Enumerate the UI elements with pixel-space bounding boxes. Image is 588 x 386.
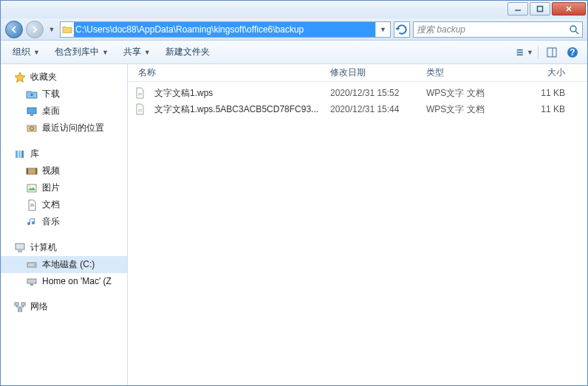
desktop-label: 桌面: [42, 105, 60, 117]
localdisk-label: 本地磁盘 (C:): [42, 258, 95, 271]
videos-label: 视频: [42, 165, 60, 177]
document-icon: [26, 199, 38, 211]
documents-label: 文档: [42, 199, 60, 211]
library-icon: [14, 148, 26, 160]
search-box[interactable]: [413, 21, 583, 38]
sidebar-libraries[interactable]: 库: [1, 145, 127, 162]
share-menu[interactable]: 共享 ▼: [117, 43, 157, 61]
search-icon[interactable]: [569, 24, 579, 35]
sidebar-item-documents[interactable]: 文档: [1, 196, 127, 213]
svg-rect-35: [18, 309, 22, 311]
svg-rect-37: [138, 94, 142, 95]
svg-rect-8: [517, 54, 523, 55]
view-mode-button[interactable]: ▼: [516, 44, 533, 61]
include-library-menu[interactable]: 包含到库中 ▼: [49, 43, 114, 61]
pictures-label: 图片: [42, 182, 60, 194]
svg-rect-28: [18, 250, 22, 252]
minimize-button[interactable]: [507, 2, 528, 15]
network-label: 网络: [30, 300, 48, 313]
music-icon: [26, 216, 38, 228]
organize-menu[interactable]: 组织 ▼: [7, 43, 46, 61]
navigation-bar: ▼ ▼: [1, 18, 587, 41]
file-icon: [134, 87, 146, 99]
new-folder-label: 新建文件夹: [165, 46, 210, 58]
svg-rect-17: [16, 151, 18, 158]
window-titlebar: [1, 1, 587, 18]
refresh-button[interactable]: [394, 21, 410, 38]
column-date[interactable]: 修改日期: [326, 66, 422, 79]
downloads-label: 下载: [42, 88, 60, 100]
svg-rect-34: [21, 303, 25, 306]
new-folder-button[interactable]: 新建文件夹: [160, 43, 216, 61]
svg-rect-18: [18, 151, 21, 158]
file-list-pane: 名称 修改日期 类型 大小 文字文稿1.wps2020/12/31 15:52W…: [128, 64, 587, 385]
file-date: 2020/12/31 15:44: [326, 104, 422, 114]
search-input[interactable]: [417, 24, 569, 35]
sidebar-favorites[interactable]: 收藏夹: [1, 69, 127, 86]
sidebar-item-downloads[interactable]: 下载: [1, 86, 127, 103]
svg-rect-31: [27, 279, 36, 283]
svg-rect-36: [138, 93, 142, 94]
sidebar-item-desktop[interactable]: 桌面: [1, 103, 127, 120]
svg-point-4: [570, 26, 576, 32]
star-icon: [14, 72, 26, 83]
organize-label: 组织: [13, 46, 30, 58]
homemac-label: Home on 'Mac' (Z: [42, 276, 112, 286]
computer-label: 计算机: [30, 241, 57, 254]
svg-point-30: [34, 264, 35, 266]
svg-rect-19: [21, 151, 24, 158]
history-dropdown[interactable]: ▼: [47, 21, 57, 38]
file-type: WPS文字 文档: [422, 87, 518, 100]
file-size: 11 KB: [518, 88, 570, 98]
svg-rect-39: [138, 111, 142, 111]
forward-button[interactable]: [26, 21, 44, 38]
file-list: 文字文稿1.wps2020/12/31 15:52WPS文字 文档11 KB文字…: [128, 82, 587, 385]
address-bar[interactable]: ▼: [60, 21, 391, 38]
computer-icon: [14, 242, 26, 254]
drive-icon: [26, 259, 38, 271]
network-icon: [14, 301, 26, 313]
download-icon: [26, 89, 38, 100]
sidebar-item-localdisk-c[interactable]: 本地磁盘 (C:): [1, 256, 127, 273]
sidebar-item-videos[interactable]: 视频: [1, 162, 127, 179]
help-button[interactable]: ?: [564, 44, 581, 61]
network-drive-icon: [26, 275, 38, 287]
svg-rect-23: [27, 185, 36, 192]
address-input[interactable]: [74, 22, 375, 37]
svg-rect-32: [30, 284, 33, 286]
video-icon: [26, 165, 38, 177]
svg-rect-20: [27, 168, 37, 174]
back-button[interactable]: [5, 21, 23, 38]
recent-icon: [26, 123, 38, 134]
sidebar-item-recent[interactable]: 最近访问的位置: [1, 120, 127, 137]
sidebar-computer[interactable]: 计算机: [1, 239, 127, 256]
column-headers[interactable]: 名称 修改日期 类型 大小: [128, 64, 587, 82]
sidebar-item-homemac[interactable]: Home on 'Mac' (Z: [1, 273, 127, 289]
svg-text:?: ?: [570, 47, 575, 58]
svg-rect-27: [16, 244, 24, 249]
svg-rect-38: [138, 109, 142, 110]
preview-pane-button[interactable]: [543, 44, 561, 61]
column-size[interactable]: 大小: [518, 66, 570, 79]
folder-icon: [61, 25, 74, 34]
maximize-button[interactable]: [530, 2, 550, 15]
sidebar-item-music[interactable]: 音乐: [1, 213, 127, 230]
music-label: 音乐: [42, 216, 60, 228]
sidebar-item-pictures[interactable]: 图片: [1, 179, 127, 196]
favorites-label: 收藏夹: [30, 71, 57, 83]
file-name: 文字文稿1.wps.5ABC3ACB5CD78FC93...: [150, 103, 326, 116]
file-row[interactable]: 文字文稿1.wps2020/12/31 15:52WPS文字 文档11 KB: [128, 85, 587, 101]
address-dropdown[interactable]: ▼: [375, 22, 390, 37]
close-button[interactable]: [552, 2, 586, 15]
column-type[interactable]: 类型: [422, 66, 518, 79]
pictures-icon: [26, 182, 38, 194]
desktop-icon: [26, 106, 38, 117]
svg-rect-7: [517, 52, 523, 53]
column-name[interactable]: 名称: [134, 66, 326, 79]
file-size: 11 KB: [518, 104, 570, 114]
toolbar: 组织 ▼ 包含到库中 ▼ 共享 ▼ 新建文件夹 ▼ ?: [1, 41, 587, 64]
svg-rect-22: [35, 168, 37, 174]
file-row[interactable]: 文字文稿1.wps.5ABC3ACB5CD78FC93...2020/12/31…: [128, 101, 587, 117]
sidebar-network[interactable]: 网络: [1, 298, 127, 315]
file-type: WPS文字 文档: [422, 103, 518, 116]
